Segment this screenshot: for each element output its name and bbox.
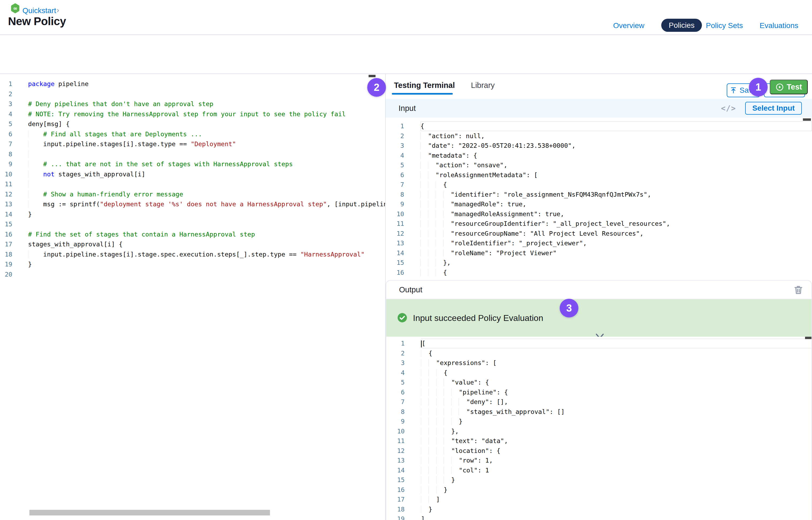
code-line[interactable]: 15 (0, 219, 385, 230)
code-line[interactable]: 13 "roleIdentifier": "_project_viewer", (386, 238, 812, 248)
code-line[interactable]: 19} (0, 259, 385, 269)
indent-guide (444, 457, 451, 464)
code-line[interactable]: 4 "metadata": { (386, 151, 812, 161)
line-number: 2 (386, 348, 405, 358)
indent-guide (451, 418, 459, 425)
evaluation-success-banner[interactable]: Input succeeded Policy Evaluation (386, 299, 811, 337)
nav-tab-policy-sets[interactable]: Policy Sets (706, 21, 743, 30)
code-line[interactable]: 4 { (386, 368, 812, 378)
code-line[interactable]: 6 "pipeline": { (386, 387, 812, 397)
code-line[interactable]: 10 "managedRoleAssignment": true, (386, 209, 812, 219)
code-line[interactable]: 11 "text": "data", (386, 436, 812, 446)
code-line[interactable]: 9 "managedRole": true, (386, 199, 812, 209)
code-line[interactable]: 12 "resourceGroupName": "All Project Lev… (386, 229, 812, 239)
code-line[interactable]: 2 (0, 89, 385, 99)
line-number: 3 (386, 358, 405, 368)
code-line[interactable]: 1package pipeline (0, 79, 385, 89)
code-line[interactable]: 13 msg := sprintf("deployment stage '%s'… (0, 199, 385, 209)
input-json-editor[interactable]: 1{2 "action": null,3 "date": "2022-05-05… (386, 118, 812, 280)
editor-scroll-indicator[interactable] (805, 337, 811, 339)
nav-tab-evaluations[interactable]: Evaluations (760, 21, 798, 30)
indent-guide (444, 437, 451, 445)
code-line[interactable]: 13 "row": 1, (386, 456, 812, 466)
code-line[interactable]: 18 input.pipeline.stages[i].stage.spec.e… (0, 250, 385, 260)
code-line[interactable]: 5 "action": "onsave", (386, 160, 812, 170)
indent-guide (436, 457, 444, 464)
test-button[interactable]: Test (770, 80, 808, 94)
harness-logo[interactable]: ∞ (10, 3, 20, 14)
code-line[interactable]: 17stages_with_approval[i] { (0, 239, 385, 250)
annotation-badge-2: 2 (367, 78, 386, 97)
code-line[interactable]: 8 "identifier": "role_assignment_NsFQM43… (386, 190, 812, 200)
code-line[interactable]: 16 { (386, 268, 812, 278)
indent-guide (428, 161, 435, 169)
indent-guide (444, 389, 451, 396)
code-line[interactable]: 18 } (386, 504, 812, 514)
indent-guide (421, 191, 428, 198)
code-line[interactable]: 19] (386, 514, 812, 520)
code-line[interactable]: 2 { (386, 348, 812, 358)
indent-guide (444, 398, 451, 406)
code-line[interactable]: 6 "roleAssignmentMetadata": [ (386, 170, 812, 180)
line-number: 14 (386, 466, 405, 475)
code-line[interactable]: 5 "value": { (386, 378, 812, 387)
code-line[interactable]: 15 }, (386, 258, 812, 268)
nav-tab-policies[interactable]: Policies (661, 19, 702, 32)
breadcrumb[interactable]: Quickstart (22, 6, 56, 15)
code-line[interactable]: 8 (0, 149, 385, 159)
code-line[interactable]: 12 "location": { (386, 446, 812, 456)
code-line[interactable]: 11 (0, 179, 385, 189)
select-input-button[interactable]: Select Input (745, 102, 802, 114)
code-line[interactable]: 10 not stages_with_approval[i] (0, 170, 385, 180)
code-line[interactable]: 6 # Find all stages that are Deployments… (0, 129, 385, 139)
code-line[interactable]: 9 } (386, 417, 812, 426)
tab-library[interactable]: Library (471, 81, 495, 90)
code-line[interactable]: 14} (0, 209, 385, 220)
horizontal-scrollbar[interactable] (29, 510, 270, 516)
code-line[interactable]: 5deny[msg] { (0, 119, 385, 129)
trash-icon[interactable] (793, 285, 804, 295)
code-line[interactable]: 20 (0, 269, 385, 280)
code-line[interactable]: 4# NOTE: Try removing the HarnessApprova… (0, 109, 385, 120)
code-line[interactable]: 11 "resourceGroupIdentifier": "_all_proj… (386, 219, 812, 229)
output-json-editor[interactable]: 1[2 {3 "expressions": [4 {5 "value": {6 … (386, 337, 812, 520)
editor-scroll-indicator[interactable] (803, 119, 811, 121)
nav-tab-overview[interactable]: Overview (613, 21, 644, 30)
code-line[interactable]: 12 # Show a human-friendly error message (0, 189, 385, 200)
code-line[interactable]: 9 # ... that are not in the set of stage… (0, 159, 385, 170)
indent-guide (443, 239, 451, 247)
line-number: 14 (0, 209, 12, 220)
indent-guide (428, 249, 435, 257)
line-number: 3 (0, 99, 12, 109)
line-number: 10 (386, 426, 405, 436)
code-line[interactable]: 14 "col": 1 (386, 466, 812, 475)
code-line[interactable]: 15 } (386, 475, 812, 485)
code-line[interactable]: 7 { (386, 180, 812, 190)
code-line[interactable]: 1{ (386, 121, 812, 131)
line-number: 14 (386, 248, 404, 258)
indent-guide (428, 476, 436, 484)
code-line[interactable]: 7 "deny": [], (386, 397, 812, 407)
indent-guide (428, 269, 435, 276)
code-line[interactable]: 7 input.pipeline.stages[i].stage.type ==… (0, 139, 385, 149)
code-line[interactable]: 8 "stages_with_approval": [] (386, 407, 812, 417)
code-line[interactable]: 2 "action": null, (386, 131, 812, 141)
line-number: 12 (386, 229, 404, 239)
indent-guide (444, 408, 451, 416)
code-line[interactable]: 14 "roleName": "Project Viewer" (386, 248, 812, 258)
code-line[interactable]: 17 ] (386, 495, 812, 504)
code-line[interactable]: 3# Deny pipelines that don't have an app… (0, 99, 385, 109)
line-number: 2 (0, 89, 12, 99)
code-line[interactable]: 3 "date": "2022-05-05T20:41:23.538+0000"… (386, 141, 812, 151)
tab-testing-terminal[interactable]: Testing Terminal (394, 81, 455, 90)
code-line[interactable]: 16# Find the set of stages that contain … (0, 230, 385, 240)
code-line[interactable]: 10 }, (386, 426, 812, 436)
line-number: 9 (386, 199, 404, 209)
policy-code-editor[interactable]: 1package pipeline23# Deny pipelines that… (0, 74, 385, 520)
editor-scroll-indicator[interactable] (369, 75, 376, 77)
line-number: 5 (386, 378, 405, 387)
code-line[interactable]: 1[ (386, 339, 812, 348)
code-icon[interactable]: </> (721, 104, 736, 113)
code-line[interactable]: 16 } (386, 485, 812, 495)
code-line[interactable]: 3 "expressions": [ (386, 358, 812, 368)
